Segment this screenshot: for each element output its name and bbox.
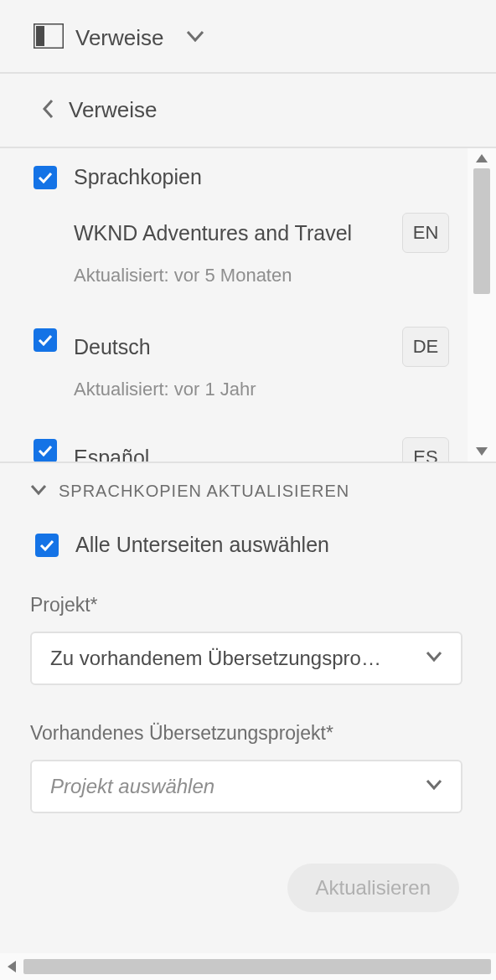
item-meta: Aktualisiert: vor 1 Jahr <box>74 379 468 400</box>
item-meta: Aktualisiert: vor 5 Monaten <box>74 265 468 286</box>
item-title: Deutsch <box>74 335 151 359</box>
rail-selector[interactable]: Verweise <box>0 0 496 74</box>
language-copies-list: Sprachkopien WKND Adventures and Travel … <box>0 148 496 463</box>
select-value: Zu vorhandenem Übersetzungspro… <box>50 647 381 670</box>
accordion-header[interactable]: SPRACHKOPIEN AKTUALISIEREN <box>30 482 462 501</box>
list-item[interactable]: Español ES <box>0 422 468 462</box>
item-checkbox[interactable] <box>34 328 57 352</box>
horizontal-scrollbar[interactable] <box>0 953 496 980</box>
language-badge: EN <box>402 213 449 253</box>
back-header[interactable]: Verweise <box>0 74 496 148</box>
references-panel: Verweise Verweise Sprachkopien WKND Adve… <box>0 0 496 980</box>
list-viewport: Sprachkopien WKND Adventures and Travel … <box>0 148 468 462</box>
svg-marker-4 <box>8 961 16 972</box>
scroll-track[interactable] <box>468 168 496 441</box>
language-badge: DE <box>402 327 449 367</box>
field-label: Vorhandenes Übersetzungsprojekt* <box>30 722 462 745</box>
select-all-checkbox[interactable] <box>35 534 59 557</box>
section-toggle-row[interactable]: Sprachkopien <box>0 148 468 198</box>
svg-marker-3 <box>476 447 488 456</box>
field-label: Projekt* <box>30 594 462 616</box>
item-title: WKND Adventures and Travel <box>74 221 352 245</box>
section-checkbox[interactable] <box>34 166 57 189</box>
item-checkbox[interactable] <box>34 439 57 462</box>
select-all-subpages-row[interactable]: Alle Unterseiten auswählen <box>35 533 462 557</box>
select-all-label: Alle Unterseiten auswählen <box>75 533 329 557</box>
section-label: Sprachkopien <box>74 165 202 189</box>
scroll-up-arrow-icon[interactable] <box>468 148 496 168</box>
project-select[interactable]: Zu vorhandenem Übersetzungspro… <box>30 632 462 685</box>
chevron-down-icon <box>30 484 47 499</box>
list-item[interactable]: WKND Adventures and Travel EN Aktualisie… <box>0 198 468 286</box>
item-title: Español <box>74 446 149 462</box>
project-field: Projekt* Zu vorhandenem Übersetzungspro… <box>30 594 462 685</box>
accordion-title: SPRACHKOPIEN AKTUALISIEREN <box>59 482 349 501</box>
chevron-down-icon <box>412 779 442 794</box>
svg-marker-2 <box>476 154 488 162</box>
scroll-down-arrow-icon[interactable] <box>468 441 496 462</box>
chevron-down-icon <box>186 30 204 45</box>
list-item[interactable]: Deutsch DE Aktualisiert: vor 1 Jahr <box>0 312 468 400</box>
existing-project-field: Vorhandenes Übersetzungsprojekt* Projekt… <box>30 722 462 813</box>
select-placeholder: Projekt auswählen <box>50 775 214 798</box>
update-form: SPRACHKOPIEN AKTUALISIEREN Alle Untersei… <box>0 463 496 980</box>
scroll-left-arrow-icon[interactable] <box>0 953 23 980</box>
horizontal-scroll-thumb[interactable] <box>23 959 491 974</box>
rail-title: Verweise <box>75 25 164 51</box>
scroll-thumb[interactable] <box>473 168 490 294</box>
chevron-down-icon <box>412 651 442 666</box>
back-title: Verweise <box>69 97 158 123</box>
action-row: Aktualisieren <box>30 864 462 912</box>
svg-rect-1 <box>36 26 44 46</box>
existing-project-select[interactable]: Projekt auswählen <box>30 760 462 813</box>
rail-panel-icon <box>34 23 64 52</box>
vertical-scrollbar[interactable] <box>468 148 496 462</box>
update-button[interactable]: Aktualisieren <box>287 864 459 912</box>
chevron-left-icon <box>42 99 54 122</box>
language-badge: ES <box>402 437 449 462</box>
